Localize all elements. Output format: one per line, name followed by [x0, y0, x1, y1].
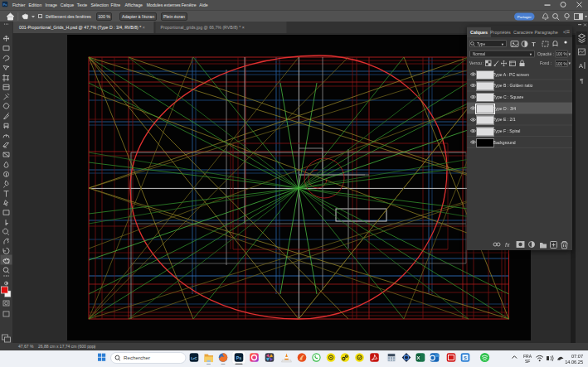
svg-text:Ps: Ps [3, 3, 7, 7]
svg-text:Ps: Ps [236, 355, 241, 360]
svg-text:SF: SF [525, 359, 530, 364]
svg-text:LrC: LrC [191, 356, 197, 360]
svg-text:S: S [464, 355, 467, 360]
svg-text:¶: ¶ [580, 77, 583, 85]
svg-text:07:07: 07:07 [571, 354, 583, 359]
svg-text:A: A [579, 62, 584, 70]
svg-text:Rechercher: Rechercher [124, 355, 150, 360]
svg-text:14.06.25: 14.06.25 [565, 360, 583, 365]
svg-text:T: T [532, 41, 536, 48]
svg-text:X: X [416, 355, 420, 360]
svg-text:fx: fx [505, 242, 510, 248]
